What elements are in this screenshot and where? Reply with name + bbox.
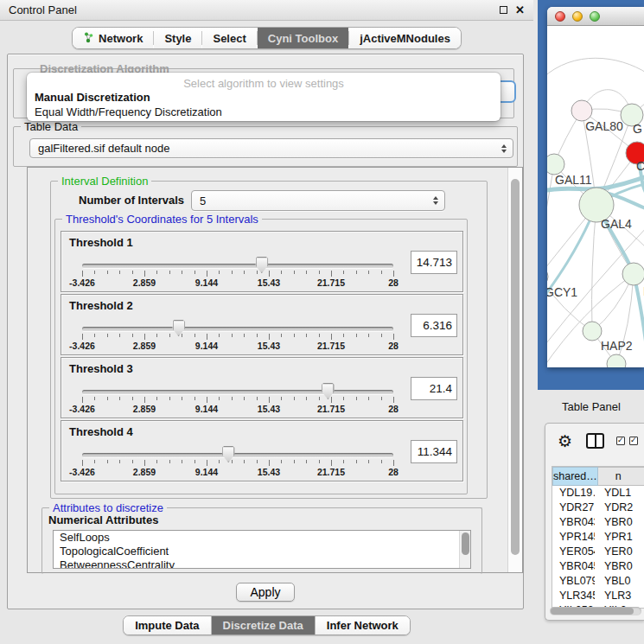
tick-label: 28 <box>388 341 399 351</box>
tab-cyni-toolbox[interactable]: Cyni Toolbox <box>258 28 348 48</box>
table-row[interactable]: YDR27…YDR2 <box>552 501 644 515</box>
tab-network[interactable]: Network <box>73 28 153 48</box>
table-horizontal-scrollbar[interactable] <box>550 607 641 615</box>
tick-label: 2.859 <box>133 341 156 351</box>
control-panel-tabbar: NetworkStyleSelectCyni ToolboxjActiveMNo… <box>0 27 533 49</box>
table-data-combo-value: galFiltered.sif default node <box>38 142 169 155</box>
thresholds-group: Threshold's Coordinates for 5 Intervals … <box>54 219 468 494</box>
threshold-value-field[interactable]: 21.4 <box>411 377 457 400</box>
threshold-value-field[interactable]: 11.344 <box>411 440 457 463</box>
settings-scroll-panel: Interval Definition Number of Intervals … <box>27 167 523 573</box>
combo-spinner-icon <box>501 144 507 153</box>
bottom-tab-discretize-data[interactable]: Discretize Data <box>212 616 315 634</box>
gear-icon[interactable]: ⚙ <box>558 433 572 450</box>
attribute-item-betweennesscentrality[interactable]: BetweennessCentrality <box>54 558 458 569</box>
tab-label: Network <box>99 32 143 45</box>
tick-label: 15.43 <box>258 277 280 288</box>
node-label: GAL4 <box>601 217 632 231</box>
combo-spinner-icon <box>433 196 438 205</box>
tick-label: 9.144 <box>195 341 218 351</box>
threshold-slider[interactable]: -3.4262.8599.14415.4321.71528 <box>82 295 393 356</box>
tab-select[interactable]: Select <box>202 28 256 48</box>
network-node[interactable] <box>607 354 626 367</box>
node-label: GAL80 <box>585 119 623 133</box>
split-columns-icon[interactable] <box>586 433 604 449</box>
table-cell: YBL0 <box>595 574 644 589</box>
node-table[interactable]: shared…n YDL19…YDL1YDR27…YDR2YBR043CYBR0… <box>552 466 644 609</box>
attributes-scrollbar[interactable] <box>459 531 470 568</box>
table-cell: YBR0 <box>595 515 644 530</box>
bottom-tabbar: Impute DataDiscretize DataInfer Network <box>0 615 533 635</box>
tab-label: jActiveMNodules <box>360 32 450 45</box>
table-row[interactable]: YER054CYER0 <box>552 545 644 559</box>
algorithm-option-equal-width-frequency-discretization[interactable]: Equal Width/Frequency Discretization <box>27 105 501 119</box>
node-label: HAP2 <box>601 339 633 353</box>
number-of-intervals-label: Number of Intervals <box>79 194 184 207</box>
tick-label: 15.43 <box>258 467 280 477</box>
table-data-combo[interactable]: galFiltered.sif default node <box>29 138 513 158</box>
panel-vertical-scrollbar[interactable] <box>507 168 522 572</box>
cyni-toolbox-panel: Discretization Algorithm Select algorith… <box>7 54 524 609</box>
attributes-group: Attributes to discretize Numerical Attri… <box>41 507 482 574</box>
table-cell: YDR2 <box>595 501 644 515</box>
apply-button[interactable]: Apply <box>236 583 294 602</box>
table-cell: YPR1 <box>595 530 644 545</box>
table-cell: YER0 <box>595 545 644 559</box>
table-row[interactable]: YLR345WYLR3 <box>552 589 644 603</box>
network-node-hap2[interactable] <box>583 322 602 341</box>
threshold-slider[interactable]: -3.4262.8599.14415.4321.71528 <box>82 232 393 293</box>
threshold-value-field[interactable]: 14.713 <box>411 251 457 274</box>
table-row[interactable]: YBL079WYBL0 <box>552 574 644 589</box>
bottom-tab-impute-data[interactable]: Impute Data <box>124 616 210 634</box>
tick-label: 9.144 <box>195 467 218 477</box>
close-icon[interactable]: ✕ <box>515 4 525 16</box>
number-of-intervals-combo[interactable]: 5 <box>191 190 445 211</box>
tab-label: Select <box>213 32 245 45</box>
table-cell: YBR045C <box>552 559 595 574</box>
table-header-row: shared…n <box>552 467 644 486</box>
threshold-value-field[interactable]: 6.316 <box>411 314 457 337</box>
numerical-attributes-list[interactable]: SelfLoopsTopologicalCoefficientBetweenne… <box>53 530 471 569</box>
tick-label: 2.859 <box>133 467 156 477</box>
tick-label: 9.144 <box>195 404 218 414</box>
threshold-slider[interactable]: -3.4262.8599.14415.4321.71528 <box>82 358 393 419</box>
table-panel: ⚙ shared…n YDL19…YDL1YDR27…YDR2YBR043CYB… <box>545 423 644 621</box>
attribute-item-selfloops[interactable]: SelfLoops <box>54 531 458 545</box>
network-node-gcy1[interactable] <box>547 267 548 286</box>
control-panel-titlebar: Control Panel ✕ <box>0 0 533 21</box>
column-header-2[interactable]: n <box>598 467 644 486</box>
network-canvas[interactable]: GAL80GCGAL11GAL4GCY1HHAP2 <box>547 26 644 367</box>
checkbox-icon[interactable] <box>629 437 638 445</box>
network-node-gal80[interactable] <box>571 100 592 121</box>
table-row[interactable]: YDL19…YDL1 <box>552 486 644 501</box>
checkbox-icon[interactable] <box>616 437 625 445</box>
algorithm-options: Manual DiscretizationEqual Width/Frequen… <box>27 90 501 119</box>
bottom-tab-infer-network[interactable]: Infer Network <box>316 616 410 634</box>
tick-label: 21.715 <box>317 277 345 288</box>
zoom-traffic-light-icon[interactable] <box>590 11 600 22</box>
attribute-item-topologicalcoefficient[interactable]: TopologicalCoefficient <box>54 545 458 558</box>
tick-label: 28 <box>388 277 399 288</box>
tab-style[interactable]: Style <box>154 28 201 48</box>
network-node-gal11[interactable] <box>547 154 564 175</box>
tick-label: 9.144 <box>195 277 218 288</box>
table-row[interactable]: YPR145WYPR1 <box>552 530 644 545</box>
numerical-attributes-label: Numerical Attributes <box>48 513 158 526</box>
control-panel: Control Panel ✕ NetworkStyleSelectCyni T… <box>0 0 533 644</box>
node-label: C <box>636 159 644 173</box>
network-node-h[interactable] <box>622 263 644 285</box>
table-cell: YBL079W <box>552 574 595 589</box>
close-traffic-light-icon[interactable] <box>555 11 565 22</box>
table-row[interactable]: YBR043CYBR0 <box>552 515 644 530</box>
table-row[interactable]: YBR045CYBR0 <box>552 559 644 574</box>
tick-label: 28 <box>388 404 399 414</box>
algorithm-option-manual-discretization[interactable]: Manual Discretization <box>27 90 501 105</box>
tick-label: 28 <box>388 467 399 477</box>
float-window-icon[interactable] <box>500 6 507 14</box>
tab-jactivemnodules[interactable]: jActiveMNodules <box>349 28 461 48</box>
column-header-1[interactable]: shared… <box>552 467 598 486</box>
minimize-traffic-light-icon[interactable] <box>572 11 583 22</box>
panel-title: Control Panel <box>9 3 500 16</box>
threshold-slider[interactable]: -3.4262.8599.14415.4321.71528 <box>82 421 393 482</box>
tick-label: -3.426 <box>69 404 95 414</box>
